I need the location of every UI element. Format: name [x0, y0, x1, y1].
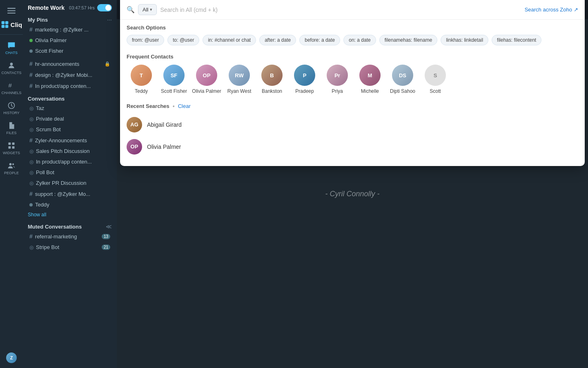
hamburger-menu[interactable] — [2, 3, 21, 16]
contact-name: Bankston — [262, 88, 282, 95]
logo: Cliq — [0, 18, 25, 31]
conv-zylker-pr[interactable]: ◎ Zylker PR Discussion — [24, 178, 115, 188]
conv-name: Teddy — [35, 202, 110, 208]
options-chips: from: @user to: @user in: #channel or ch… — [127, 35, 578, 45]
channels-section: # hr-announcements 🔒 # design : @Zylker … — [23, 58, 117, 92]
recent-searches: Recent Searches • Clear AG Abigail Girar… — [120, 98, 585, 159]
pin-item-name: Scott Fisher — [35, 48, 110, 54]
conv-name: support : @Zylker Mo... — [35, 191, 110, 197]
workspace-toggle: 03:47:57 Hrs — [69, 4, 112, 11]
option-to[interactable]: to: @user — [167, 35, 199, 45]
muted-referral[interactable]: # referral-marketing 13 — [24, 231, 115, 242]
pin-item-name: Olivia Palmer — [35, 37, 110, 43]
contact-dipti-sahoo[interactable]: DS Dipti Sahoo — [388, 65, 417, 95]
channel-hr[interactable]: # hr-announcements 🔒 — [24, 58, 115, 69]
channel-design[interactable]: # design : @Zylker Mobi... — [24, 70, 115, 80]
contact-avatar: S — [425, 65, 446, 86]
search-across-zoho[interactable]: Search across Zoho ↗ — [525, 7, 578, 13]
channel-product[interactable]: # In product/app conten... — [24, 81, 115, 91]
timer-label: 03:47:57 Hrs — [69, 5, 95, 10]
lock-icon: 🔒 — [105, 61, 110, 67]
user-avatar-icon[interactable]: Z — [2, 349, 21, 365]
pin-scott-fisher[interactable]: Scott Fisher — [24, 46, 115, 56]
offline-indicator — [29, 203, 33, 206]
svg-rect-13 — [12, 146, 15, 149]
contacts-row: T Teddy SF Scott Fisher OP Olivia Palmer — [127, 65, 578, 95]
recent-item-abigail[interactable]: AG Abigail Girard — [127, 114, 578, 136]
clear-button[interactable]: Clear — [178, 103, 191, 109]
contact-teddy[interactable]: T Teddy — [127, 65, 156, 95]
contact-olivia-palmer[interactable]: OP Olivia Palmer — [192, 65, 221, 95]
option-filenamehas[interactable]: filenamehas: filename — [379, 35, 438, 45]
sidebar: Remote Work 03:47:57 Hrs My Pins ··· # m… — [23, 0, 117, 368]
contact-avatar: M — [359, 65, 381, 86]
bot-icon: ◎ — [29, 170, 33, 175]
frequent-contacts-title: Frequent Contacts — [127, 54, 578, 60]
contact-avatar: SF — [163, 65, 185, 86]
nav-chats[interactable]: CHATS — [2, 38, 21, 56]
nav-widgets[interactable]: WIDGETS — [2, 138, 21, 157]
pin-olivia[interactable]: Olivia Palmer — [24, 35, 115, 45]
muted-item-name: Stripe Bot — [36, 244, 99, 250]
conv-support[interactable]: # support : @Zylker Mo... — [24, 188, 115, 199]
conv-zyler-ann[interactable]: # Zyler-Announcements — [24, 135, 115, 146]
search-options: Search Options from: @user to: @user in:… — [120, 20, 585, 49]
recent-header: Recent Searches • Clear — [127, 103, 578, 110]
bot-icon: ◎ — [29, 127, 33, 132]
hash-icon: # — [29, 83, 33, 89]
nav-contacts[interactable]: CONTACTS — [2, 58, 21, 76]
contact-scott[interactable]: S Scott — [421, 65, 450, 95]
nav-channels[interactable]: # CHANNELS — [2, 78, 21, 96]
recent-item-name: Abigail Girard — [147, 121, 182, 128]
conv-scrum-bot[interactable]: ◎ Scrum Bot — [24, 124, 115, 135]
conv-name: Sales Pitch Discussion — [36, 148, 110, 154]
option-after[interactable]: after: a date — [259, 35, 296, 45]
chevron-down-icon: ▾ — [150, 7, 152, 12]
search-bar: 🔍 All ▾ Search across Zoho ↗ — [120, 0, 585, 20]
conv-private-deal[interactable]: ◎ Private deal — [24, 114, 115, 124]
pins-section: My Pins ··· # marketing : @Zylker ... Ol… — [23, 14, 117, 56]
option-linkhas[interactable]: linkhas: linkdetail — [441, 35, 488, 45]
svg-text:#: # — [9, 82, 12, 89]
search-filter-dropdown[interactable]: All ▾ — [138, 4, 157, 15]
contact-michelle[interactable]: M Michelle — [355, 65, 385, 95]
contact-name: Olivia Palmer — [192, 88, 221, 95]
search-icon: 🔍 — [127, 6, 135, 13]
option-on[interactable]: on: a date — [343, 35, 376, 45]
recent-avatar: AG — [127, 117, 142, 132]
option-filehas[interactable]: filehas: filecontent — [492, 35, 541, 45]
option-in[interactable]: in: #channel or chat — [203, 35, 256, 45]
bot-icon: ◎ — [29, 245, 33, 250]
contact-pradeep[interactable]: P Pradeep — [290, 65, 319, 95]
timer-toggle[interactable] — [97, 4, 112, 11]
pins-actions[interactable]: ··· — [107, 16, 112, 23]
contact-priya[interactable]: Pr Priya — [323, 65, 352, 95]
conv-name: Scrum Bot — [36, 126, 110, 132]
hash-icon: # — [29, 72, 33, 78]
conv-name: Poll Bot — [36, 169, 110, 175]
conv-taz[interactable]: ◎ Taz — [24, 103, 115, 113]
show-all-button[interactable]: Show all — [23, 210, 117, 219]
muted-stripe-bot[interactable]: ◎ Stripe Bot 21 — [24, 242, 115, 252]
nav-files[interactable]: FILES — [2, 118, 21, 137]
offline-indicator — [29, 49, 33, 53]
filter-label: All — [143, 7, 148, 13]
contact-name: Scott — [430, 88, 441, 95]
search-input[interactable] — [160, 7, 521, 13]
contact-scott-fisher[interactable]: SF Scott Fisher — [159, 65, 189, 95]
conv-poll-bot[interactable]: ◎ Poll Bot — [24, 167, 115, 177]
contact-avatar: RW — [229, 65, 250, 86]
conv-sales-pitch[interactable]: ◎ Sales Pitch Discussion — [24, 146, 115, 156]
contact-bankston[interactable]: B Bankston — [257, 65, 287, 95]
recent-item-olivia[interactable]: OP Olivia Palmer — [127, 136, 578, 158]
nav-people[interactable]: PEOPLE — [2, 158, 21, 177]
svg-point-7 — [10, 63, 13, 65]
conv-teddy[interactable]: Teddy — [24, 200, 115, 210]
option-from[interactable]: from: @user — [127, 35, 164, 45]
nav-history[interactable]: HISTORY — [2, 98, 21, 117]
conv-inproduct[interactable]: ◎ In product/app conten... — [24, 157, 115, 167]
contact-ryan-west[interactable]: RW Ryan West — [225, 65, 254, 95]
option-before[interactable]: before: a date — [299, 35, 340, 45]
conv-name: Zylker PR Discussion — [36, 180, 110, 186]
pin-marketing[interactable]: # marketing : @Zylker ... — [24, 24, 115, 35]
